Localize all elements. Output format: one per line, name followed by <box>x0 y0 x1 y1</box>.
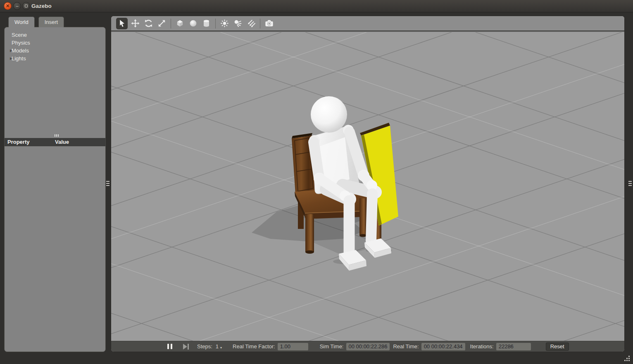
scale-arrows-icon <box>157 19 167 28</box>
render-canvas[interactable] <box>111 32 625 342</box>
sphere-icon <box>188 19 198 28</box>
select-arrow-icon <box>117 19 127 28</box>
iterations-label: Iterations: <box>470 343 494 350</box>
gazebo-window: ✕ – Gazebo World Insert Scene Physics ▶ … <box>0 0 633 364</box>
window-resize-grip[interactable] <box>624 356 630 361</box>
toolbar-separator <box>215 19 216 29</box>
step-button[interactable] <box>182 343 190 350</box>
sim-time-label: Sim Time: <box>320 343 344 350</box>
maximize-icon <box>25 5 28 7</box>
simulation-statusbar: Steps: 1 ▾ Real Time Factor: 1.00 Sim Ti… <box>111 341 624 352</box>
toolbar-separator <box>260 19 260 29</box>
figure-head <box>311 96 347 133</box>
value-column-header: Value <box>55 138 69 146</box>
spot-light-tool-button[interactable] <box>232 18 243 29</box>
sphere-tool-button[interactable] <box>187 18 199 29</box>
world-tree: Scene Physics ▶ Models ▶ Lights <box>5 27 105 62</box>
expand-arrow-icon[interactable]: ▶ <box>5 49 12 52</box>
iterations-field: 22286 <box>496 343 531 350</box>
tab-insert[interactable]: Insert <box>38 17 64 27</box>
reset-button[interactable]: Reset <box>546 343 569 351</box>
tree-item-scene[interactable]: Scene <box>5 31 105 39</box>
scene-3d <box>111 32 625 342</box>
tab-world[interactable]: World <box>8 17 35 27</box>
camera-icon <box>264 19 274 28</box>
right-splitter-grip[interactable] <box>628 181 632 186</box>
point-light-icon <box>220 19 229 28</box>
steps-value[interactable]: 1 <box>216 343 219 350</box>
move-arrows-icon <box>131 19 140 28</box>
steps-label: Steps: <box>197 343 212 350</box>
point-light-tool-button[interactable] <box>219 18 230 29</box>
property-pane-grip[interactable] <box>55 134 59 137</box>
directional-light-icon <box>246 19 256 28</box>
rtf-label: Real Time Factor: <box>233 343 275 350</box>
sim-time-field: 00 00:00:22.286 <box>346 343 390 350</box>
rtf-value-field: 1.00 <box>278 343 308 350</box>
titlebar[interactable]: ✕ – Gazebo <box>0 0 633 12</box>
render-viewport-panel: Steps: 1 ▾ Real Time Factor: 1.00 Sim Ti… <box>111 16 625 352</box>
property-table-header: Property Value <box>5 138 105 146</box>
spot-light-icon <box>233 19 243 28</box>
step-icon <box>182 343 190 350</box>
rotate-arrows-icon <box>144 19 153 28</box>
directional-light-tool-button[interactable] <box>245 18 257 29</box>
steps-spinner-arrow-icon[interactable]: ▾ <box>220 346 222 350</box>
rotate-tool-button[interactable] <box>143 18 154 29</box>
tree-item-lights[interactable]: ▶ Lights <box>5 55 105 62</box>
real-time-field: 00 00:00:22.434 <box>421 343 465 350</box>
tree-item-models[interactable]: ▶ Models <box>5 47 105 55</box>
minimize-button[interactable]: – <box>13 2 21 10</box>
left-splitter-grip[interactable] <box>106 181 109 186</box>
sidebar-panel: Scene Physics ▶ Models ▶ Lights Property… <box>4 27 106 352</box>
pause-button[interactable] <box>167 344 172 349</box>
translate-tool-button[interactable] <box>129 18 141 29</box>
cylinder-icon <box>202 19 211 28</box>
box-icon <box>175 19 185 28</box>
window-title: Gazebo <box>31 0 52 12</box>
toolbar-separator <box>171 19 171 29</box>
tree-item-physics[interactable]: Physics <box>5 39 105 47</box>
maximize-button[interactable] <box>22 2 30 10</box>
select-tool-button[interactable] <box>116 18 128 29</box>
scale-tool-button[interactable] <box>156 18 167 29</box>
cylinder-tool-button[interactable] <box>200 18 212 29</box>
screenshot-tool-button[interactable] <box>263 18 275 29</box>
box-tool-button[interactable] <box>174 18 186 29</box>
close-button[interactable]: ✕ <box>4 2 12 10</box>
property-column-header: Property <box>7 138 29 146</box>
real-time-label: Real Time: <box>393 343 419 350</box>
sidebar-tabs: World Insert <box>8 17 64 27</box>
viewport-toolbar <box>111 16 624 31</box>
expand-arrow-icon[interactable]: ▶ <box>5 57 12 60</box>
